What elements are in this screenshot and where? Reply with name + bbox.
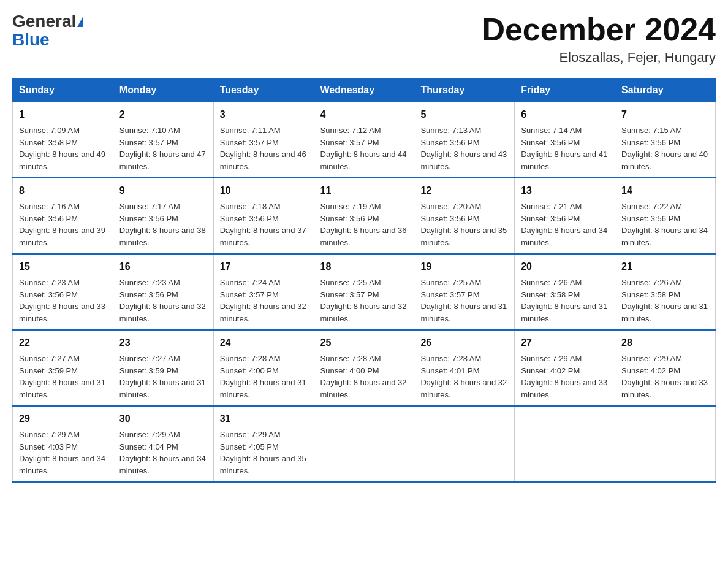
calendar-cell: 10 Sunrise: 7:18 AM Sunset: 3:56 PM Dayl…: [213, 178, 314, 254]
daylight-label: Daylight: 8 hours and 32 minutes.: [220, 302, 306, 323]
sunset-label: Sunset: 3:59 PM: [19, 366, 78, 375]
calendar-week-row: 29 Sunrise: 7:29 AM Sunset: 4:03 PM Dayl…: [13, 406, 716, 482]
cell-content: 6 Sunrise: 7:14 AM Sunset: 3:56 PM Dayli…: [521, 107, 609, 172]
sunset-label: Sunset: 3:58 PM: [621, 290, 680, 299]
daylight-label: Daylight: 8 hours and 31 minutes.: [220, 378, 306, 399]
calendar-cell: 18 Sunrise: 7:25 AM Sunset: 3:57 PM Dayl…: [314, 254, 414, 330]
daylight-label: Daylight: 8 hours and 31 minutes.: [19, 378, 105, 399]
sunrise-label: Sunrise: 7:10 AM: [119, 126, 180, 135]
calendar-cell: 30 Sunrise: 7:29 AM Sunset: 4:04 PM Dayl…: [113, 406, 213, 482]
sunset-label: Sunset: 3:57 PM: [320, 290, 379, 299]
location-text: Eloszallas, Fejer, Hungary: [482, 50, 716, 66]
logo: General Blue: [12, 12, 83, 48]
day-number: 14: [621, 183, 709, 198]
calendar-cell: 9 Sunrise: 7:17 AM Sunset: 3:56 PM Dayli…: [113, 178, 213, 254]
daylight-label: Daylight: 8 hours and 33 minutes.: [621, 378, 708, 399]
cell-content: 20 Sunrise: 7:26 AM Sunset: 3:58 PM Dayl…: [521, 259, 609, 324]
cell-content: 8 Sunrise: 7:16 AM Sunset: 3:56 PM Dayli…: [19, 183, 107, 248]
calendar-cell: 12 Sunrise: 7:20 AM Sunset: 3:56 PM Dayl…: [414, 178, 515, 254]
day-number: 21: [621, 259, 709, 274]
day-number: 3: [220, 107, 308, 122]
sunset-label: Sunset: 3:58 PM: [19, 138, 78, 147]
cell-content: 23 Sunrise: 7:27 AM Sunset: 3:59 PM Dayl…: [119, 335, 207, 400]
sunrise-label: Sunrise: 7:28 AM: [420, 354, 481, 363]
calendar-cell: 24 Sunrise: 7:28 AM Sunset: 4:00 PM Dayl…: [213, 330, 314, 406]
cell-content: 29 Sunrise: 7:29 AM Sunset: 4:03 PM Dayl…: [19, 412, 107, 477]
calendar-cell: 11 Sunrise: 7:19 AM Sunset: 3:56 PM Dayl…: [314, 178, 414, 254]
cell-content: 22 Sunrise: 7:27 AM Sunset: 3:59 PM Dayl…: [19, 335, 107, 400]
sunrise-label: Sunrise: 7:29 AM: [220, 430, 281, 439]
cell-content: 13 Sunrise: 7:21 AM Sunset: 3:56 PM Dayl…: [521, 183, 609, 248]
sunrise-label: Sunrise: 7:25 AM: [320, 278, 381, 287]
calendar-header-cell: Thursday: [414, 79, 515, 102]
daylight-label: Daylight: 8 hours and 43 minutes.: [420, 150, 507, 171]
cell-content: 5 Sunrise: 7:13 AM Sunset: 3:56 PM Dayli…: [420, 107, 508, 172]
calendar-header: SundayMondayTuesdayWednesdayThursdayFrid…: [13, 79, 716, 102]
calendar-header-cell: Friday: [515, 79, 615, 102]
daylight-label: Daylight: 8 hours and 35 minutes.: [220, 454, 306, 475]
calendar-cell: 2 Sunrise: 7:10 AM Sunset: 3:57 PM Dayli…: [113, 102, 213, 178]
calendar-cell: 3 Sunrise: 7:11 AM Sunset: 3:57 PM Dayli…: [213, 102, 314, 178]
calendar-header-cell: Saturday: [615, 79, 716, 102]
cell-content: 17 Sunrise: 7:24 AM Sunset: 3:57 PM Dayl…: [220, 259, 308, 324]
sunset-label: Sunset: 3:56 PM: [420, 138, 479, 147]
day-number: 7: [621, 107, 709, 122]
calendar-cell: 26 Sunrise: 7:28 AM Sunset: 4:01 PM Dayl…: [414, 330, 515, 406]
day-number: 23: [119, 335, 207, 350]
daylight-label: Daylight: 8 hours and 38 minutes.: [119, 226, 206, 247]
calendar-cell: 6 Sunrise: 7:14 AM Sunset: 3:56 PM Dayli…: [515, 102, 615, 178]
cell-content: 31 Sunrise: 7:29 AM Sunset: 4:05 PM Dayl…: [220, 412, 308, 477]
calendar-cell: [515, 406, 615, 482]
sunset-label: Sunset: 3:56 PM: [621, 138, 680, 147]
sunrise-label: Sunrise: 7:29 AM: [521, 354, 582, 363]
sunrise-label: Sunrise: 7:29 AM: [621, 354, 682, 363]
sunset-label: Sunset: 4:00 PM: [220, 366, 279, 375]
calendar-week-row: 1 Sunrise: 7:09 AM Sunset: 3:58 PM Dayli…: [13, 102, 716, 178]
calendar-cell: 4 Sunrise: 7:12 AM Sunset: 3:57 PM Dayli…: [314, 102, 414, 178]
sunrise-label: Sunrise: 7:15 AM: [621, 126, 682, 135]
calendar-header-cell: Wednesday: [314, 79, 414, 102]
sunrise-label: Sunrise: 7:12 AM: [320, 126, 381, 135]
calendar-cell: 16 Sunrise: 7:23 AM Sunset: 3:56 PM Dayl…: [113, 254, 213, 330]
day-number: 15: [19, 259, 107, 274]
daylight-label: Daylight: 8 hours and 34 minutes.: [19, 454, 105, 475]
calendar-cell: 8 Sunrise: 7:16 AM Sunset: 3:56 PM Dayli…: [13, 178, 113, 254]
calendar-cell: 15 Sunrise: 7:23 AM Sunset: 3:56 PM Dayl…: [13, 254, 113, 330]
cell-content: 4 Sunrise: 7:12 AM Sunset: 3:57 PM Dayli…: [320, 107, 408, 172]
daylight-label: Daylight: 8 hours and 37 minutes.: [220, 226, 306, 247]
calendar-cell: 28 Sunrise: 7:29 AM Sunset: 4:02 PM Dayl…: [615, 330, 716, 406]
daylight-label: Daylight: 8 hours and 34 minutes.: [521, 226, 607, 247]
calendar-table: SundayMondayTuesdayWednesdayThursdayFrid…: [12, 78, 716, 483]
sunrise-label: Sunrise: 7:29 AM: [119, 430, 180, 439]
sunset-label: Sunset: 4:03 PM: [19, 442, 78, 451]
daylight-label: Daylight: 8 hours and 36 minutes.: [320, 226, 407, 247]
daylight-label: Daylight: 8 hours and 46 minutes.: [220, 150, 306, 171]
day-number: 20: [521, 259, 609, 274]
calendar-cell: 7 Sunrise: 7:15 AM Sunset: 3:56 PM Dayli…: [615, 102, 716, 178]
cell-content: 16 Sunrise: 7:23 AM Sunset: 3:56 PM Dayl…: [119, 259, 207, 324]
sunrise-label: Sunrise: 7:25 AM: [420, 278, 481, 287]
sunset-label: Sunset: 3:56 PM: [420, 214, 479, 223]
day-number: 16: [119, 259, 207, 274]
cell-content: 27 Sunrise: 7:29 AM Sunset: 4:02 PM Dayl…: [521, 335, 609, 400]
day-number: 2: [119, 107, 207, 122]
cell-content: 24 Sunrise: 7:28 AM Sunset: 4:00 PM Dayl…: [220, 335, 308, 400]
cell-content: 30 Sunrise: 7:29 AM Sunset: 4:04 PM Dayl…: [119, 412, 207, 477]
calendar-cell: 1 Sunrise: 7:09 AM Sunset: 3:58 PM Dayli…: [13, 102, 113, 178]
day-number: 19: [420, 259, 508, 274]
daylight-label: Daylight: 8 hours and 32 minutes.: [320, 302, 407, 323]
sunset-label: Sunset: 3:56 PM: [521, 214, 580, 223]
day-number: 17: [220, 259, 308, 274]
sunset-label: Sunset: 3:56 PM: [19, 290, 78, 299]
day-number: 18: [320, 259, 408, 274]
day-number: 31: [220, 412, 308, 426]
sunrise-label: Sunrise: 7:18 AM: [220, 202, 281, 211]
calendar-header-cell: Tuesday: [213, 79, 314, 102]
day-number: 9: [119, 183, 207, 198]
day-number: 8: [19, 183, 107, 198]
sunset-label: Sunset: 3:59 PM: [119, 366, 178, 375]
logo-triangle-icon: [77, 16, 83, 27]
day-number: 30: [119, 412, 207, 426]
calendar-cell: [615, 406, 716, 482]
cell-content: 12 Sunrise: 7:20 AM Sunset: 3:56 PM Dayl…: [420, 183, 508, 248]
